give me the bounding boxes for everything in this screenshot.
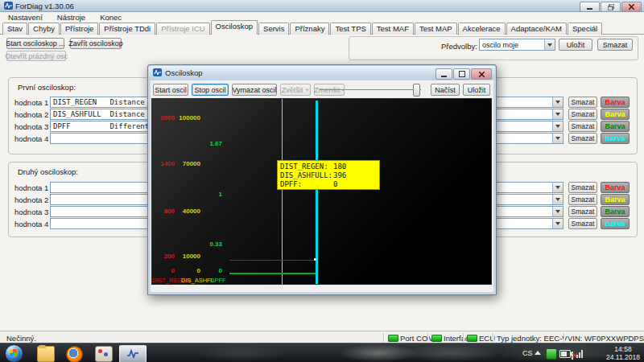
zavrit-osciloskop-button[interactable]: Zavřít osciloskop [70,38,122,49]
tab-test-tps[interactable]: Test TPS [330,23,370,35]
tab-stav[interactable]: Stav [2,23,27,35]
chevron-down-icon[interactable] [552,134,563,143]
g2-row2-smazat-button[interactable]: Smazat [568,194,597,205]
otevrit-prazdny-osc-button: Otevřít prázdný osc [6,51,66,61]
g2-row2-barva-button[interactable]: Barva [601,194,630,205]
g1-row2-barva-button[interactable]: Barva [601,109,630,120]
preset-value: oscilo moje [480,41,544,49]
g1-row2-label: hodnota 2 [14,110,48,119]
close-button[interactable] [621,2,642,12]
tab-special[interactable]: Speciál [568,23,602,35]
osc-load-button[interactable]: Načíst [431,84,460,96]
red-axis-tick: 0 [154,267,175,274]
preset-delete-button[interactable]: Smazat [597,39,633,51]
start-button[interactable] [5,344,23,362]
osc-close-button[interactable] [471,68,492,80]
measure-cursor-line[interactable] [282,99,283,286]
explorer-icon[interactable] [37,346,55,362]
chevron-down-icon[interactable] [552,207,563,216]
language-indicator[interactable]: CS [522,349,533,357]
chevron-down-icon[interactable] [552,121,563,131]
g1-row3-smazat-button[interactable]: Smazat [568,121,597,132]
value-tooltip: DIST_REGEN:180 DIS_ASHFULL:396 DPFF:0 [277,160,380,190]
tab-akcelerace[interactable]: Akcelerace [458,23,506,35]
clock-date: 24.11.2018 [604,353,642,361]
g1-row4-barva-button[interactable]: Barva [601,133,630,144]
tab-test-map[interactable]: Test MAP [415,23,457,35]
status-unit: Typ jednotky: EEC-V [497,334,568,343]
g2-row3-label: hodnota 3 [14,208,48,216]
g2-row1-smazat-button[interactable]: Smazat [568,182,597,193]
g2-row4-barva-button[interactable]: Barva [601,218,630,229]
chevron-down-icon[interactable] [552,183,563,192]
osc-window-title: Osciloskop [165,68,202,77]
green-axis-tick: 0 [199,267,222,274]
chevron-down-icon[interactable] [552,97,563,107]
status-state: Nečinný. [6,334,36,343]
osc-clear-button[interactable]: Vymazat oscil [232,84,277,96]
tab-osciloskop[interactable]: Osciloskop [211,20,258,35]
cursor-intersection-dot [314,258,316,261]
show-hidden-icons-button[interactable] [535,351,541,355]
firefox-icon[interactable] [66,346,83,362]
minimize-button[interactable] [580,2,600,12]
g1-row4-smazat-button[interactable]: Smazat [568,133,597,144]
start-osciloskop-button[interactable]: Start osciloskop ... [6,38,64,49]
paint-icon[interactable] [95,346,113,362]
g2-row1-barva-button[interactable]: Barva [601,182,630,193]
tab-pristroje-tddi[interactable]: Přístroje TDdi [99,23,155,35]
zoom-slider-track[interactable] [320,89,421,90]
g1-row1-barva-button[interactable]: Barva [601,97,630,108]
restore-button[interactable] [601,2,621,12]
osc-maximize-button[interactable] [453,68,470,80]
tab-pristroje[interactable]: Přístroje [60,23,98,35]
chevron-down-icon[interactable] [552,219,563,228]
tab-servis[interactable]: Servis [258,23,289,35]
statusbar: Nečinný. Port COM6 Interface ECU Typ jed… [0,331,644,343]
fordiag-taskbar-button[interactable] [119,345,147,362]
menu-nastaveni[interactable]: Nastavení [6,13,44,22]
osc-start-button[interactable]: Start oscil [153,84,188,96]
tab-test-maf[interactable]: Test MAF [372,23,414,35]
presets-label: Předvolby: [441,42,477,51]
device-tray-icon[interactable] [546,348,557,360]
g2-row4-smazat-button[interactable]: Smazat [568,218,597,229]
fordiag-icon [126,349,139,359]
g2-row3-barva-button[interactable]: Barva [601,206,630,217]
tab-priznaky[interactable]: Příznaky [290,23,329,35]
menu-konec[interactable]: Konec [98,13,123,22]
network-icon[interactable]: ✕ [573,349,584,358]
menu-nastroje[interactable]: Nástroje [56,13,87,22]
screen: ForDiag v1.30.06 Nastavení Nástroje Kone… [0,0,644,362]
chevron-down-icon[interactable] [544,39,555,50]
g2-row3-smazat-button[interactable]: Smazat [568,206,597,217]
port-led [388,335,398,342]
g1-row3-barva-button[interactable]: Barva [601,121,630,132]
osc-stop-button[interactable]: Stop oscil [192,84,229,96]
osc-save-button[interactable]: Uložit [463,84,490,96]
tab-adaptace-kam[interactable]: Adaptace/KAM [506,23,567,35]
preset-combobox[interactable]: oscilo moje [479,39,555,51]
network-disconnected-x: ✕ [572,352,573,360]
channel-label-dis-ashfl: DIS_ASHFL [181,277,214,284]
chevron-down-icon[interactable] [552,109,563,119]
red-axis-tick: 1400 [154,160,175,167]
red-axis-tick: 800 [154,208,175,215]
yellow-axis-tick: 10000 [178,253,200,260]
battery-icon[interactable] [559,350,571,358]
zoom-slider-thumb[interactable] [413,84,420,97]
osc-titlebar[interactable]: Osciloskop [149,66,495,80]
osc-zoom-in-button: Zvětšit + [280,84,311,96]
g1-row2-smazat-button[interactable]: Smazat [568,109,597,120]
osc-minimize-button[interactable] [436,68,452,80]
preset-save-button[interactable]: Uložit [559,39,592,51]
g1-row1-smazat-button[interactable]: Smazat [568,97,597,108]
ecu-led [467,335,477,342]
tab-chyby[interactable]: Chyby [28,23,60,35]
green-axis-tick: 1 [199,191,222,198]
chevron-down-icon[interactable] [552,195,563,204]
clock[interactable]: 14:58 24.11.2018 [604,345,642,361]
green-axis-tick: 0.33 [199,241,222,248]
main-titlebar: ForDiag v1.30.06 [0,0,644,12]
oscilloscope-plot[interactable]: 2000 1400 800 200 0 100000 70000 40000 1… [151,98,492,285]
